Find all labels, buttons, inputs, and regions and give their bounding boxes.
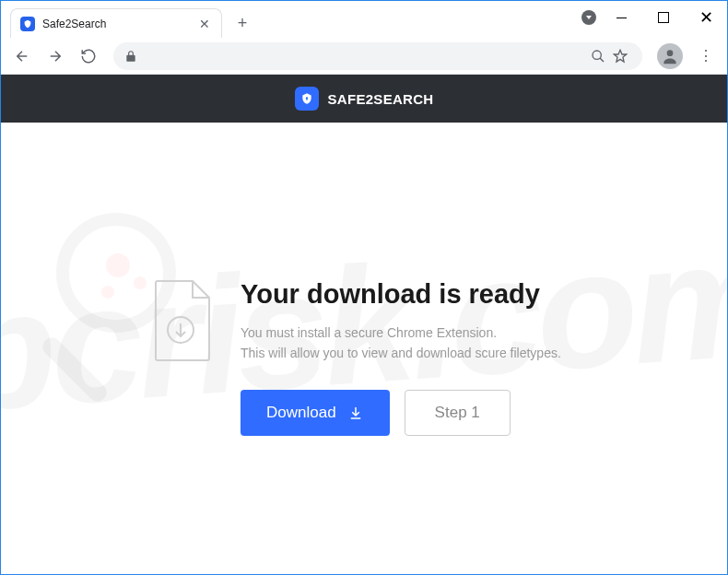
search-icon[interactable]: [587, 49, 609, 64]
window-maximize-button[interactable]: [642, 1, 685, 34]
window-close-button[interactable]: ✕: [685, 1, 727, 34]
file-download-icon: [148, 279, 213, 362]
brand: SAFE2SEARCH: [295, 87, 434, 111]
button-row: Download Step 1: [241, 390, 561, 436]
tab-favicon-icon: [20, 17, 35, 31]
lock-icon: [124, 50, 137, 63]
tab-close-icon[interactable]: ✕: [197, 17, 212, 31]
nav-reload-button[interactable]: [75, 42, 102, 70]
tab-title: Safe2Search: [42, 18, 197, 30]
download-heading: Your download is ready: [241, 279, 561, 310]
profile-avatar-button[interactable]: [657, 43, 683, 69]
download-arrow-icon: [347, 405, 364, 421]
download-button[interactable]: Download: [241, 390, 390, 436]
tab-indicator-icon: [578, 1, 600, 34]
download-button-label: Download: [266, 404, 336, 422]
address-bar[interactable]: [113, 42, 642, 70]
nav-back-button[interactable]: [8, 42, 36, 70]
instruction-line2: This will allow you to view and download…: [241, 343, 561, 363]
window-minimize-button[interactable]: [600, 1, 642, 34]
svg-rect-3: [306, 99, 307, 100]
browser-tab[interactable]: Safe2Search ✕: [10, 8, 222, 38]
instruction-line1: You must install a secure Chrome Extensi…: [241, 323, 561, 343]
bookmark-star-icon[interactable]: [609, 49, 631, 64]
svg-point-1: [667, 50, 674, 56]
step1-button[interactable]: Step 1: [405, 390, 511, 436]
brand-name: SAFE2SEARCH: [328, 91, 434, 107]
kebab-menu-button[interactable]: ⋮: [692, 42, 720, 70]
new-tab-button[interactable]: +: [229, 10, 255, 36]
nav-forward-button[interactable]: [41, 42, 69, 70]
window-titlebar: Safe2Search ✕ + ✕: [1, 1, 727, 38]
content-text: Your download is ready You must install …: [241, 279, 561, 436]
site-header: SAFE2SEARCH: [1, 75, 727, 123]
svg-point-0: [593, 51, 601, 59]
page-content: pcrisk.com SAFE2SEARCH Your download is …: [1, 75, 727, 574]
main-content: Your download is ready You must install …: [1, 123, 727, 436]
window-controls: ✕: [578, 1, 727, 34]
browser-toolbar: ⋮: [1, 38, 727, 75]
brand-shield-icon: [295, 87, 319, 111]
